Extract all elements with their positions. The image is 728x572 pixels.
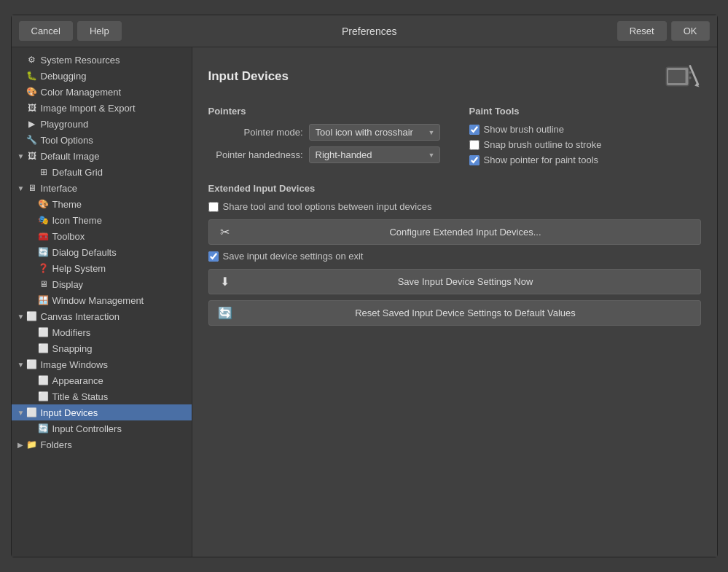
sidebar-item-appearance[interactable]: ⬜ Appearance — [12, 372, 192, 388]
window-management-icon: 🪟 — [38, 294, 50, 306]
sidebar-item-label: Title & Status — [52, 391, 109, 402]
configure-button-label: Configure Extended Input Devices... — [240, 227, 692, 238]
sidebar-item-playground[interactable]: ▶ Playground — [12, 116, 192, 132]
sidebar-item-modifiers[interactable]: ⬜ Modifiers — [12, 324, 192, 340]
reset-saved-button[interactable]: 🔄 Reset Saved Input Device Settings to D… — [208, 300, 701, 326]
save-on-exit-row: Save input device settings on exit — [208, 251, 701, 262]
default-grid-icon: ⊞ — [38, 166, 50, 178]
help-system-icon: ❓ — [38, 262, 50, 274]
svg-line-2 — [689, 66, 697, 84]
sidebar-item-image-windows[interactable]: ▼ ⬜ Image Windows — [12, 356, 192, 372]
extended-section: Extended Input Devices Share tool and to… — [208, 183, 701, 326]
collapse-arrow-canvas: ▼ — [17, 313, 26, 321]
reset-button[interactable]: Reset — [617, 21, 667, 41]
system-resources-icon: ⚙ — [26, 54, 38, 66]
save-on-exit-label[interactable]: Save input device settings on exit — [223, 251, 364, 262]
sidebar-item-theme[interactable]: 🎨 Theme — [12, 196, 192, 212]
snap-brush-outline-checkbox[interactable] — [469, 140, 480, 150]
sidebar-item-debugging[interactable]: 🐛 Debugging — [12, 68, 192, 84]
panel-header: Input Devices — [208, 60, 701, 93]
sidebar-item-label: Image Windows — [41, 359, 108, 370]
pointers-section-title: Pointers — [208, 106, 440, 117]
save-on-exit-checkbox[interactable] — [208, 251, 219, 262]
image-import-export-icon: 🖼 — [26, 102, 38, 114]
pointer-mode-wrapper: Tool icon with crosshair Crosshair only … — [309, 124, 440, 141]
sidebar-item-label: Default Image — [41, 151, 100, 162]
cancel-button[interactable]: Cancel — [19, 21, 73, 41]
show-pointer-checkbox[interactable] — [469, 155, 480, 165]
sidebar-item-dialog-defaults[interactable]: 🔄 Dialog Defaults — [12, 244, 192, 260]
pointer-handedness-select[interactable]: Right-handed Left-handed — [309, 146, 440, 163]
collapse-arrow-folders: ▶ — [17, 441, 26, 449]
sidebar-item-default-grid[interactable]: ⊞ Default Grid — [12, 164, 192, 180]
sidebar-item-input-devices[interactable]: ▼ ⬜ Input Devices — [12, 404, 192, 420]
canvas-interaction-icon: ⬜ — [26, 310, 38, 322]
icon-theme-icon: 🎭 — [38, 214, 50, 226]
show-pointer-row: Show pointer for paint tools — [469, 154, 602, 165]
sidebar-item-label: Canvas Interaction — [41, 311, 120, 322]
sidebar-item-help-system[interactable]: ❓ Help System — [12, 260, 192, 276]
snap-brush-outline-label[interactable]: Snap brush outline to stroke — [484, 139, 602, 150]
show-brush-outline-label[interactable]: Show brush outline — [484, 124, 565, 135]
save-icon: ⬇ — [218, 275, 232, 289]
panel-icon — [663, 60, 701, 93]
sidebar-item-display[interactable]: 🖥 Display — [12, 276, 192, 292]
sidebar-item-label: Input Devices — [41, 407, 98, 418]
sidebar-item-label: Dialog Defaults — [52, 247, 117, 258]
svg-point-5 — [689, 77, 692, 79]
pointers-section: Pointers Pointer mode: Tool icon with cr… — [208, 106, 440, 170]
pointer-mode-label: Pointer mode: — [208, 127, 303, 138]
sidebar-item-default-image[interactable]: ▼ 🖼 Default Image — [12, 148, 192, 164]
sidebar-item-window-management[interactable]: 🪟 Window Management — [12, 292, 192, 308]
sidebar-item-label: Tool Options — [41, 135, 93, 146]
playground-icon: ▶ — [26, 118, 38, 130]
ok-button[interactable]: OK — [671, 21, 710, 41]
sidebar-item-label: Modifiers — [52, 327, 91, 338]
collapse-arrow-input-devices: ▼ — [17, 409, 26, 417]
share-tool-label[interactable]: Share tool and tool options between inpu… — [223, 201, 432, 212]
sidebar-item-label: Theme — [52, 199, 82, 210]
sidebar-item-canvas-interaction[interactable]: ▼ ⬜ Canvas Interaction — [12, 308, 192, 324]
sidebar-item-interface[interactable]: ▼ 🖥 Interface — [12, 180, 192, 196]
pointer-handedness-label: Pointer handedness: — [208, 149, 303, 160]
show-pointer-label[interactable]: Show pointer for paint tools — [484, 154, 599, 165]
collapse-arrow-interface: ▼ — [17, 184, 26, 192]
sidebar-item-color-management[interactable]: 🎨 Color Management — [12, 84, 192, 100]
sidebar-item-tool-options[interactable]: 🔧 Tool Options — [12, 132, 192, 148]
color-management-icon: 🎨 — [26, 86, 38, 98]
sidebar-item-label: Debugging — [41, 71, 87, 82]
sidebar-item-label: Snapping — [52, 343, 93, 354]
configure-extended-button[interactable]: ✂ Configure Extended Input Devices... — [208, 219, 701, 245]
pointer-mode-select[interactable]: Tool icon with crosshair Crosshair only … — [309, 124, 440, 141]
sidebar-item-folders[interactable]: ▶ 📁 Folders — [12, 436, 192, 452]
extended-section-title: Extended Input Devices — [208, 183, 701, 194]
pointer-mode-row: Pointer mode: Tool icon with crosshair C… — [208, 124, 440, 141]
show-brush-outline-checkbox[interactable] — [469, 125, 480, 135]
sidebar-item-label: Default Grid — [52, 167, 103, 178]
preferences-panel: Input Devices — [192, 47, 717, 557]
panel-title: Input Devices — [208, 69, 289, 84]
sidebar-item-snapping[interactable]: ⬜ Snapping — [12, 340, 192, 356]
sidebar-item-toolbox[interactable]: 🧰 Toolbox — [12, 228, 192, 244]
collapse-arrow-default-image: ▼ — [17, 152, 26, 160]
share-tool-checkbox[interactable] — [208, 202, 219, 212]
save-now-button-label: Save Input Device Settings Now — [240, 276, 692, 287]
sidebar-item-input-controllers[interactable]: 🔄 Input Controllers — [12, 420, 192, 436]
sidebar-item-label: Help System — [52, 263, 106, 274]
interface-icon: 🖥 — [26, 182, 38, 194]
preferences-window: Cancel Help Preferences Reset OK ⚙ Syste… — [11, 15, 718, 557]
sidebar-item-icon-theme[interactable]: 🎭 Icon Theme — [12, 212, 192, 228]
folders-icon: 📁 — [26, 439, 38, 450]
sidebar-item-label: Folders — [41, 439, 72, 450]
sidebar-item-title-status[interactable]: ⬜ Title & Status — [12, 388, 192, 404]
main-content: ⚙ System Resources 🐛 Debugging 🎨 Color M… — [12, 47, 717, 557]
sidebar-item-label: Interface — [41, 183, 78, 194]
sidebar-item-system-resources[interactable]: ⚙ System Resources — [12, 52, 192, 68]
paint-tools-section: Paint Tools Show brush outline Snap brus… — [469, 106, 602, 170]
sidebar-item-image-import-export[interactable]: 🖼 Image Import & Export — [12, 100, 192, 116]
dialog-defaults-icon: 🔄 — [38, 246, 50, 258]
help-button[interactable]: Help — [77, 21, 122, 41]
save-now-button[interactable]: ⬇ Save Input Device Settings Now — [208, 269, 701, 294]
share-tool-row: Share tool and tool options between inpu… — [208, 201, 701, 212]
input-controllers-icon: 🔄 — [38, 423, 50, 434]
